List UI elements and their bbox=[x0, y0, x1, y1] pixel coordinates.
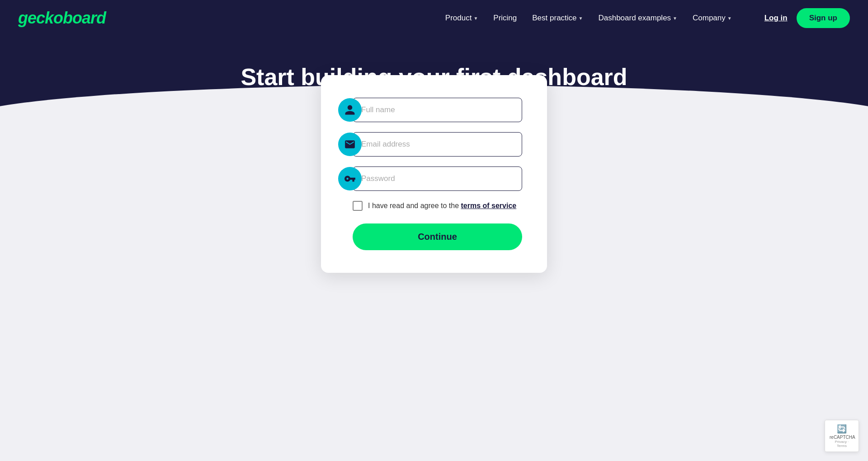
signup-form-card: I have read and agree to the terms of se… bbox=[321, 75, 547, 273]
page-content: I have read and agree to the terms of se… bbox=[0, 202, 868, 383]
nav-link-best-practice[interactable]: Best practice ▼ bbox=[527, 10, 588, 26]
navbar: geckoboard Product ▼ Pricing Best practi… bbox=[0, 0, 868, 36]
recaptcha-label: reCAPTCHA bbox=[830, 435, 854, 440]
form-wrapper: I have read and agree to the terms of se… bbox=[0, 75, 868, 273]
email-field-group bbox=[353, 132, 522, 157]
nav-item-dashboard-examples[interactable]: Dashboard examples ▼ bbox=[593, 10, 683, 26]
chevron-down-icon: ▼ bbox=[473, 16, 478, 21]
fullname-input[interactable] bbox=[353, 98, 522, 122]
terms-label: I have read and agree to the terms of se… bbox=[368, 202, 516, 210]
nav-item-company[interactable]: Company ▼ bbox=[687, 10, 737, 26]
recaptcha-icon: 🔄 bbox=[830, 424, 854, 434]
nav-item-best-practice[interactable]: Best practice ▼ bbox=[527, 10, 588, 26]
email-icon bbox=[338, 133, 362, 156]
user-icon bbox=[338, 98, 362, 122]
password-field-group bbox=[353, 166, 522, 191]
terms-checkbox[interactable] bbox=[353, 201, 363, 211]
email-input[interactable] bbox=[353, 132, 522, 157]
recaptcha-subtext: Privacy · Terms bbox=[830, 440, 854, 448]
nav-link-dashboard-examples[interactable]: Dashboard examples ▼ bbox=[593, 10, 683, 26]
nav-item-pricing[interactable]: Pricing bbox=[488, 10, 522, 26]
nav-item-product[interactable]: Product ▼ bbox=[440, 10, 484, 26]
logo[interactable]: geckoboard bbox=[18, 9, 106, 28]
signup-button[interactable]: Sign up bbox=[797, 8, 850, 28]
fullname-field-group bbox=[353, 98, 522, 122]
nav-links: Product ▼ Pricing Best practice ▼ Dashbo… bbox=[440, 10, 737, 26]
password-input[interactable] bbox=[353, 166, 522, 191]
nav-actions: Log in Sign up bbox=[764, 8, 850, 28]
terms-of-service-link[interactable]: terms of service bbox=[461, 202, 516, 209]
chevron-down-icon: ▼ bbox=[673, 16, 677, 21]
nav-link-product[interactable]: Product ▼ bbox=[440, 10, 484, 26]
chevron-down-icon: ▼ bbox=[727, 16, 732, 21]
nav-link-company[interactable]: Company ▼ bbox=[687, 10, 737, 26]
login-button[interactable]: Log in bbox=[764, 14, 788, 23]
chevron-down-icon: ▼ bbox=[579, 16, 583, 21]
nav-link-pricing[interactable]: Pricing bbox=[488, 10, 522, 26]
terms-row: I have read and agree to the terms of se… bbox=[353, 201, 522, 211]
key-icon bbox=[338, 167, 362, 190]
recaptcha-badge: 🔄 reCAPTCHA Privacy · Terms bbox=[825, 420, 859, 452]
continue-button[interactable]: Continue bbox=[353, 223, 522, 250]
